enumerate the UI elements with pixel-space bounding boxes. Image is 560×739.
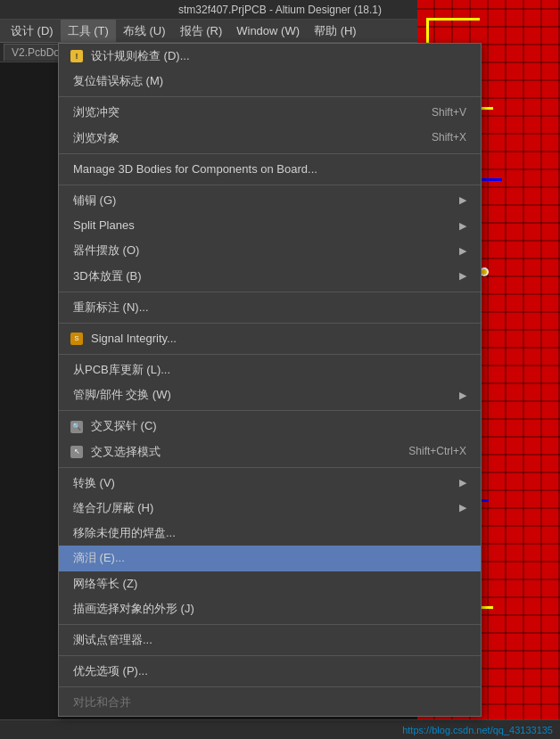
menu-item-test-point-manager[interactable]: 测试点管理器... [59,628,481,653]
menu-label-browse-object: 浏览对象 [73,130,414,146]
menu-label-preferences: 优先选项 (P)... [73,663,466,679]
menu-item-convert[interactable]: 转换 (V)▶ [59,471,481,496]
menu-item-outline-selected[interactable]: 描画选择对象的外形 (J) [59,596,481,621]
menu-separator-separator1 [59,96,481,97]
menu-icon-cross-select: ↖ [70,446,84,458]
menu-label-reset-error-marks: 复位错误标志 (M) [73,73,466,89]
menu-label-net-length: 网络等长 (Z) [73,576,466,592]
menu-separator-separator8 [59,467,481,468]
menu-label-split-planes: Split Planes [73,218,459,234]
status-bar: https://blog.csdn.net/qq_43133135 [0,719,560,739]
menu-separator-separator2 [59,153,481,154]
menu-label-teardrops: 滴泪 (E)... [73,550,466,566]
menu-label-compare-merge: 对比和合并 [73,694,466,710]
menu-item-component-placement[interactable]: 器件摆放 (O)▶ [59,238,481,263]
menubar-item-tools[interactable]: 工具 (T) [61,20,116,42]
menu-separator-separator9 [59,624,481,625]
menu-item-browse-conflict[interactable]: 浏览冲突Shift+V [59,100,481,125]
menubar-item-route[interactable]: 布线 (U) [116,20,173,42]
menu-label-design-rule-check: 设计规则检查 (D)... [73,48,466,64]
menu-separator-separator5 [59,323,481,324]
menu-label-cross-select: 交叉选择模式 [73,444,391,460]
menubar-item-design[interactable]: 设计 (D) [4,20,61,42]
title-text: stm32f407.PrjPCB - Altium Designer (18.1… [178,4,382,16]
menu-label-remove-unused-pads: 移除未使用的焊盘... [73,525,466,541]
menu-separator-separator7 [59,410,481,411]
menu-item-update-from-pcb-lib[interactable]: 从PCB库更新 (L)... [59,357,481,382]
menu-item-compare-merge: 对比和合并 [59,690,481,715]
menu-item-cross-select[interactable]: ↖交叉选择模式Shift+Ctrl+X [59,439,481,464]
menu-label-pin-swap: 管脚/部件 交换 (W) [73,387,459,403]
menu-item-3d-body-placement[interactable]: 3D体放置 (B)▶ [59,264,481,289]
menu-label-copper-pour: 铺铜 (G) [73,193,459,209]
menu-shortcut-browse-conflict: Shift+V [432,105,466,120]
menubar-item-help[interactable]: 帮助 (H) [307,20,364,42]
menu-item-teardrops[interactable]: 滴泪 (E)... [59,546,481,571]
menu-label-update-from-pcb-lib: 从PCB库更新 (L)... [73,362,466,378]
menu-arrow-convert: ▶ [459,476,466,489]
menu-label-test-point-manager: 测试点管理器... [73,632,466,648]
menu-item-re-annotate[interactable]: 重新标注 (N)... [59,295,481,320]
menu-icon-cross-probe: 🔍 [70,421,84,433]
menu-separator-separator3 [59,185,481,185]
menu-label-convert: 转换 (V) [73,475,459,491]
menu-arrow-stitching-shield: ▶ [459,501,466,514]
tools-dropdown-menu: !设计规则检查 (D)...复位错误标志 (M)浏览冲突Shift+V浏览对象S… [58,43,482,717]
menu-item-split-planes[interactable]: Split Planes▶ [59,213,481,238]
menu-arrow-component-placement: ▶ [459,244,466,258]
menu-separator-separator4 [59,291,481,292]
menu-item-manage-3d[interactable]: Manage 3D Bodies for Components on Board… [59,157,481,182]
menu-label-cross-probe: 交叉探针 (C) [73,418,466,434]
menu-arrow-split-planes: ▶ [459,219,466,233]
menu-item-stitching-shield[interactable]: 缝合孔/屏蔽 (H)▶ [59,496,481,521]
menu-label-re-annotate: 重新标注 (N)... [73,300,466,316]
menu-arrow-3d-body-placement: ▶ [459,269,466,283]
menu-arrow-copper-pour: ▶ [459,193,466,207]
menu-label-component-placement: 器件摆放 (O) [73,242,459,259]
menubar-item-window[interactable]: Window (W) [229,20,307,42]
menu-arrow-pin-swap: ▶ [459,389,466,402]
menu-item-browse-object[interactable]: 浏览对象Shift+X [59,126,481,151]
menu-separator-separator11 [59,686,481,687]
menu-label-browse-conflict: 浏览冲突 [73,104,414,120]
menu-icon-signal-integrity: S [70,333,84,345]
menu-label-stitching-shield: 缝合孔/屏蔽 (H) [73,500,459,516]
menu-item-net-length[interactable]: 网络等长 (Z) [59,571,481,596]
menu-item-copper-pour[interactable]: 铺铜 (G)▶ [59,188,481,213]
menu-item-pin-swap[interactable]: 管脚/部件 交换 (W)▶ [59,382,481,407]
menu-label-outline-selected: 描画选择对象的外形 (J) [73,601,466,617]
menu-item-reset-error-marks[interactable]: 复位错误标志 (M) [59,69,481,94]
menu-shortcut-cross-select: Shift+Ctrl+X [408,444,466,459]
menu-label-3d-body-placement: 3D体放置 (B) [73,268,459,284]
menu-item-remove-unused-pads[interactable]: 移除未使用的焊盘... [59,521,481,546]
status-url: https://blog.csdn.net/qq_43133135 [402,725,553,735]
menu-icon-design-rule-check: ! [70,50,84,62]
menubar-item-report[interactable]: 报告 (R) [173,20,230,42]
menu-shortcut-browse-object: Shift+X [432,130,466,145]
menu-separator-separator10 [59,655,481,656]
menu-item-design-rule-check[interactable]: !设计规则检查 (D)... [59,44,481,69]
menu-label-signal-integrity: Signal Integrity... [73,331,466,347]
menu-separator-separator6 [59,354,481,355]
menu-item-signal-integrity[interactable]: SSignal Integrity... [59,326,481,351]
menu-label-manage-3d: Manage 3D Bodies for Components on Board… [73,161,466,177]
menu-item-cross-probe[interactable]: 🔍交叉探针 (C) [59,414,481,439]
menu-item-preferences[interactable]: 优先选项 (P)... [59,659,481,684]
